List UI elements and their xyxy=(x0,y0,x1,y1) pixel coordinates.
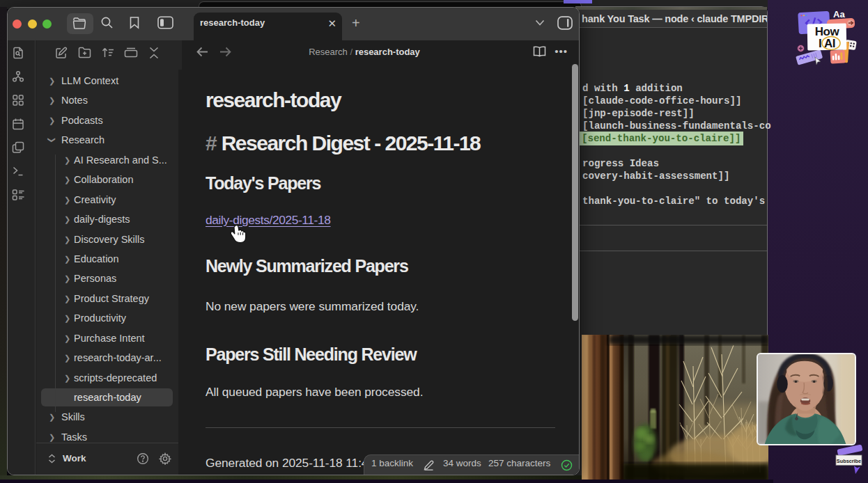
svg-text:I AI: I AI xyxy=(819,37,835,50)
svg-text:Aa: Aa xyxy=(833,9,845,19)
svg-text:Subscribe: Subscribe xyxy=(837,458,861,464)
